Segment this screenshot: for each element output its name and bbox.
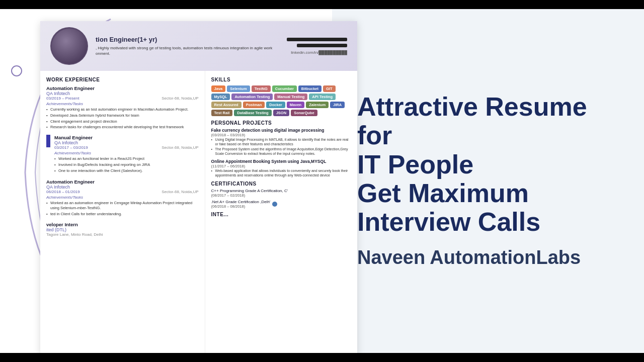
certifications-title: CERTIFICATIONS xyxy=(211,181,351,187)
achievements-label-1: Achievements/Tasks xyxy=(46,102,199,106)
work-company-4: ited (DTL) xyxy=(46,227,199,232)
skill-docker: Docker xyxy=(266,102,285,108)
work-experience-title: WORK EXPERIENCE xyxy=(46,77,199,82)
project-name-1: Fake currency detection using digital im… xyxy=(211,128,351,133)
skill-zalenium: Zalenium xyxy=(306,102,329,108)
skill-maven: Maven xyxy=(287,102,304,108)
cert-name-1: C++ Programming Grade A Certification, C… xyxy=(211,189,351,193)
work-item-4: veloper Intern ited (DTL) Tagore Lane, M… xyxy=(46,222,199,237)
skill-selenium: Selenium xyxy=(227,85,250,92)
work-dates-1: 03/2019 – Present Sector-68, Noida,UP xyxy=(46,96,199,101)
achievements-label-2: Achievements/Tasks xyxy=(54,151,199,155)
work-bullet: Currently working as an test automation … xyxy=(46,107,199,112)
header-description: , Highly motivated with strong ge of tes… xyxy=(96,45,279,56)
work-role-4: veloper Intern xyxy=(46,222,199,227)
skill-json: JSON xyxy=(273,110,289,116)
work-role-2: Manual Engineer xyxy=(54,135,199,140)
resume-body: WORK EXPERIENCE Automation Engineer QA I… xyxy=(40,71,357,355)
project-name-2: Online Appointment Booking System using … xyxy=(211,159,351,164)
resume-container: tion Engineer(1+ yr) , Highly motivated … xyxy=(40,21,357,356)
skill-mysql: MySQL xyxy=(211,94,230,100)
cert-name-2: .Net A+ Grade Certification ,Delh' xyxy=(211,200,271,204)
cert-dates-2: (06/2018 – 08/2018) xyxy=(211,204,271,209)
resume-left-column: WORK EXPERIENCE Automation Engineer QA I… xyxy=(40,71,205,355)
redacted-name-2 xyxy=(297,44,347,47)
interests-section-label: INTE... xyxy=(211,212,351,217)
skill-rest-assured: Rest Assured xyxy=(211,102,242,108)
linkedin-url: linkedin.com/in/██████████ xyxy=(291,50,347,55)
skill-testng: TestNG xyxy=(252,85,271,92)
headline-line-2: IT People xyxy=(357,150,619,179)
header-text: tion Engineer(1+ yr) , Highly motivated … xyxy=(96,36,279,56)
work-company-3: QA Infotech xyxy=(46,185,199,190)
redacted-name-1 xyxy=(287,38,347,41)
project-bullet: Web-based application that allows indivi… xyxy=(211,168,351,177)
work-dates-3: 06/2018 – 01/2019 Sector-68, Noida,UP xyxy=(46,190,199,194)
headline-line-1: Attractive Resume for xyxy=(357,93,619,150)
resume-right-column: SKILLS Java Selenium TestNG Cucumber Bit… xyxy=(205,71,357,355)
main-headline: Attractive Resume for IT People Get Maxi… xyxy=(357,93,619,236)
skill-jira: JIRA xyxy=(330,102,345,108)
skill-manual-testing: Manual Testing xyxy=(274,94,307,100)
headline-line-4: Interview Calls xyxy=(357,208,619,236)
work-bullet: ted in Client Calls for better understan… xyxy=(46,212,199,217)
project-bullet: Using Digital Image Processing in MATLAB… xyxy=(211,137,351,146)
right-panel: Attractive Resume for IT People Get Maxi… xyxy=(332,9,644,353)
skill-database-testing: DataBase Testing xyxy=(234,110,271,116)
skill-java: Java xyxy=(211,85,226,92)
skill-api-testing: API Testing xyxy=(309,94,336,100)
personal-projects-title: PERSONAL PROJECTS xyxy=(211,120,351,126)
header-right: linkedin.com/in/██████████ xyxy=(287,38,347,55)
work-bullet: Research tasks for challenges encountere… xyxy=(46,125,199,130)
job-title: tion Engineer(1+ yr) xyxy=(96,36,279,43)
project-item-1: Fake currency detection using digital im… xyxy=(211,128,351,156)
work-item-1: Automation Engineer QA Infotech 03/2019 … xyxy=(46,85,199,130)
work-bullet: Client engagement and project direction xyxy=(46,119,199,124)
cert-item-1: C++ Programming Grade A Certification, C… xyxy=(211,189,351,198)
work-role-1: Automation Engineer xyxy=(46,85,199,91)
skill-automation-testing: Automation Testing xyxy=(231,94,273,100)
work-company-1: QA Infotech xyxy=(46,91,199,96)
skill-postman: Postman xyxy=(243,102,265,108)
project-dates-2: (11/2017 – 06/2018) xyxy=(211,164,351,168)
cert-item-2: .Net A+ Grade Certification ,Delh' (06/2… xyxy=(211,200,351,209)
brand-name: Naveen AutomationLabs xyxy=(357,246,619,269)
work-item-2: Manual Engineer QA Infotech 03/2017 – 03… xyxy=(46,135,199,174)
blue-marker xyxy=(46,135,50,147)
blue-dot-decoration xyxy=(272,202,277,207)
work-bullet: Worked as an functional tester in a Reac… xyxy=(54,156,199,161)
circle-decoration xyxy=(11,65,22,76)
skills-title: SKILLS xyxy=(211,77,351,82)
project-bullet: The Proposed System used the algorithms … xyxy=(211,147,351,156)
profile-photo xyxy=(50,27,88,65)
skill-cucumber: Cucumber xyxy=(272,85,297,92)
work-bullet: Developed Java-Selenium hybrid framework… xyxy=(46,113,199,118)
cert-dates-1: (08/2017 – 02/2018) xyxy=(211,193,351,198)
achievements-label-3: Achievements/Tasks xyxy=(46,195,199,200)
black-bar-top xyxy=(0,0,644,9)
work-role-3: Automation Engineer xyxy=(46,179,199,185)
work-location-4: Tagore Lane, Minto Road, Delhi xyxy=(46,232,199,237)
project-dates-1: (03/2018 – 03/2019) xyxy=(211,133,351,137)
skill-test-rail: Test Rail xyxy=(211,110,233,116)
work-dates-2: 03/2017 – 03/2019 Sector-68, Noida,UP xyxy=(54,145,199,150)
work-item-3: Automation Engineer QA Infotech 06/2018 … xyxy=(46,179,199,216)
resume-header: tion Engineer(1+ yr) , Highly motivated … xyxy=(40,21,357,71)
project-item-2: Online Appointment Booking System using … xyxy=(211,159,351,177)
work-company-2: QA Infotech xyxy=(54,140,199,145)
skill-sonarqube: SonarQube xyxy=(291,110,317,116)
black-bar-bottom xyxy=(0,353,644,362)
skill-bitbucket: Bitbucket xyxy=(298,85,321,92)
skill-git: GIT xyxy=(323,85,336,92)
work-bullet: Involved in Bug/Defects tracking and rep… xyxy=(54,162,199,167)
work-bullet: Worked as an automation engineer in Ceng… xyxy=(46,201,199,211)
headline-line-3: Get Maximum xyxy=(357,179,619,208)
work-bullet: One to one interaction with the Client (… xyxy=(54,168,199,173)
skills-container: Java Selenium TestNG Cucumber Bitbucket … xyxy=(211,85,351,116)
